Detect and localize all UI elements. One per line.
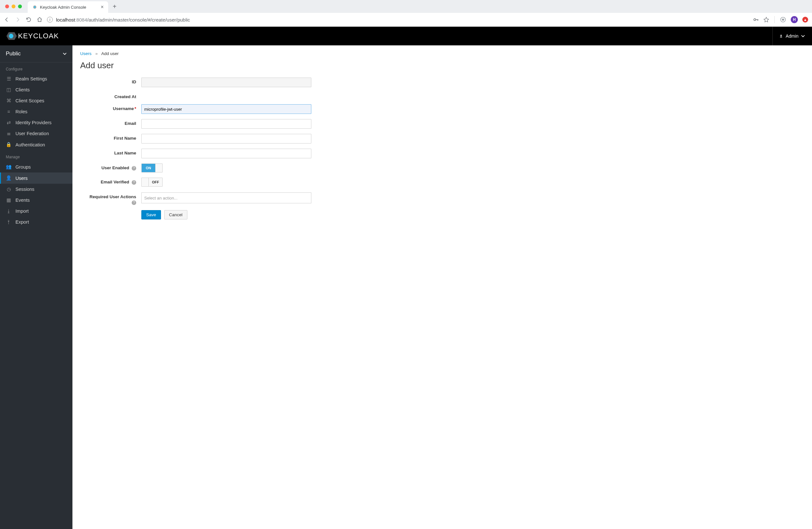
sidebar-item-groups[interactable]: 👥 Groups <box>0 161 72 173</box>
forward-button <box>15 17 20 23</box>
sidebar-item-label: Identity Providers <box>15 120 52 125</box>
email-verified-toggle[interactable]: OFF <box>141 178 163 187</box>
toggle-handle <box>142 178 149 186</box>
group-icon: 👥 <box>6 164 12 170</box>
star-icon[interactable] <box>764 17 769 23</box>
sidebar-item-import[interactable]: ⭳ Import <box>0 206 72 217</box>
sidebar-item-label: User Federation <box>15 131 49 136</box>
sidebar-item-label: Export <box>15 219 29 225</box>
toggle-handle <box>155 164 162 172</box>
sidebar-item-export[interactable]: ⭱ Export <box>0 217 72 227</box>
key-icon[interactable] <box>753 17 759 23</box>
extension-circle-icon[interactable] <box>780 16 786 23</box>
help-icon[interactable]: ? <box>132 201 136 205</box>
browser-tab[interactable]: Keycloak Admin Console × <box>28 1 108 13</box>
sidebar-item-label: Groups <box>15 164 31 170</box>
export-icon: ⭱ <box>6 219 12 225</box>
sidebar-item-label: Clients <box>15 87 30 92</box>
home-button[interactable] <box>37 17 43 23</box>
sidebar-item-authentication[interactable]: 🔒 Authentication <box>0 139 72 150</box>
user-enabled-toggle[interactable]: ON <box>141 163 163 173</box>
save-button[interactable]: Save <box>141 210 161 219</box>
clock-icon: ◷ <box>6 187 12 192</box>
field-username-row: Username* <box>80 104 804 114</box>
chevron-down-icon <box>63 52 67 56</box>
sidebar-item-users[interactable]: 👤 Users <box>0 173 72 184</box>
last-name-input[interactable] <box>141 149 311 158</box>
section-configure-label: Configure <box>0 62 72 73</box>
sidebar-item-clients[interactable]: ◫ Clients <box>0 84 72 95</box>
sidebar-item-label: Realm Settings <box>15 76 47 82</box>
sidebar-item-label: Authentication <box>15 142 45 147</box>
first-name-input[interactable] <box>141 134 311 144</box>
email-input[interactable] <box>141 119 311 129</box>
url-field[interactable]: i localhost:8084/auth/admin/master/conso… <box>47 17 749 23</box>
app-logo[interactable]: KEYCLOAK <box>6 31 59 41</box>
required-actions-select[interactable]: Select an action... <box>141 192 311 203</box>
field-first-name-row: First Name <box>80 134 804 144</box>
sidebar-item-label: Client Scopes <box>15 98 44 103</box>
realm-name: Public <box>6 50 20 57</box>
field-email-verified-label: Email Verified ? <box>80 178 141 185</box>
field-email-label: Email <box>80 119 141 126</box>
field-email-verified-row: Email Verified ? OFF <box>80 178 804 187</box>
sidebar-item-roles[interactable]: ≡ Roles <box>0 106 72 117</box>
scopes-icon: ⌘ <box>6 98 12 103</box>
url-port: :8084 <box>75 17 87 23</box>
app-header: KEYCLOAK Admin <box>0 27 812 45</box>
breadcrumb-parent-link[interactable]: Users <box>80 51 91 56</box>
toolbar-divider <box>774 16 775 23</box>
id-input <box>141 77 311 87</box>
reload-button[interactable] <box>26 17 31 23</box>
sidebar-item-label: Users <box>15 176 28 181</box>
field-last-name-row: Last Name <box>80 149 804 158</box>
field-first-name-label: First Name <box>80 134 141 141</box>
window-controls <box>5 4 22 9</box>
svg-point-4 <box>782 19 784 21</box>
tab-close-icon[interactable]: × <box>101 4 104 10</box>
sidebar-item-realm-settings[interactable]: ☰ Realm Settings <box>0 73 72 84</box>
calendar-icon: ▦ <box>6 197 12 203</box>
help-icon[interactable]: ? <box>132 180 136 185</box>
url-host: localhost <box>56 17 75 23</box>
realm-selector[interactable]: Public <box>0 45 72 62</box>
section-manage-label: Manage <box>0 150 72 161</box>
form-buttons: Save Cancel <box>141 210 804 219</box>
user-icon: 👤 <box>6 175 12 181</box>
chevron-down-icon <box>801 34 805 38</box>
sidebar-item-identity-providers[interactable]: ⇄ Identity Providers <box>0 117 72 128</box>
field-created-at-label: Created At <box>80 92 141 99</box>
breadcrumb: Users » Add user <box>80 51 804 56</box>
cancel-button[interactable]: Cancel <box>164 210 187 219</box>
field-last-name-label: Last Name <box>80 149 141 156</box>
window-minimize-icon[interactable] <box>12 4 15 9</box>
field-user-enabled-label: User Enabled ? <box>80 163 141 171</box>
sidebar-item-events[interactable]: ▦ Events <box>0 195 72 206</box>
sidebar-item-user-federation[interactable]: ≣ User Federation <box>0 128 72 139</box>
import-icon: ⭳ <box>6 208 12 214</box>
breadcrumb-current: Add user <box>101 51 119 56</box>
field-user-enabled-row: User Enabled ? ON <box>80 163 804 173</box>
back-button[interactable] <box>4 17 10 23</box>
user-menu[interactable]: Admin <box>772 27 805 45</box>
field-required-actions-row: Required User Actions? Select an action.… <box>80 192 804 205</box>
list-icon: ≡ <box>6 109 12 114</box>
url-path: /auth/admin/master/console/#/create/user… <box>87 17 190 23</box>
window-close-icon[interactable] <box>5 4 9 9</box>
help-icon[interactable]: ? <box>132 166 136 171</box>
lock-icon: 🔒 <box>6 142 12 147</box>
sidebar-item-label: Sessions <box>15 187 34 192</box>
site-info-icon[interactable]: i <box>47 17 53 23</box>
username-input[interactable] <box>141 104 311 114</box>
sidebar-item-client-scopes[interactable]: ⌘ Client Scopes <box>0 95 72 106</box>
window-maximize-icon[interactable] <box>18 4 22 9</box>
address-bar: i localhost:8084/auth/admin/master/conso… <box>0 13 812 26</box>
sliders-icon: ☰ <box>6 76 12 82</box>
tab-favicon-icon <box>32 4 37 10</box>
profile-avatar[interactable]: H <box>791 16 798 23</box>
sidebar-item-sessions[interactable]: ◷ Sessions <box>0 184 72 195</box>
toggle-on-label: ON <box>142 164 155 172</box>
extension-red-icon[interactable]: ▲ <box>802 17 808 23</box>
cube-icon: ◫ <box>6 87 12 92</box>
new-tab-button[interactable]: + <box>113 3 117 10</box>
